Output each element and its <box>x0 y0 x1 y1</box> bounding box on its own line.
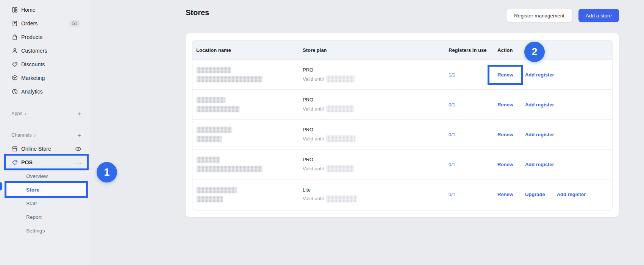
action-cell: Renew Add register <box>497 72 612 78</box>
add-register-link[interactable]: Add register <box>525 162 554 167</box>
location-name-redacted <box>192 187 303 202</box>
home-icon <box>11 6 18 13</box>
sidebar-item-analytics[interactable]: Analytics <box>5 85 88 98</box>
column-action: Action <box>497 47 612 53</box>
add-register-link[interactable]: Add register <box>525 72 554 78</box>
add-register-link[interactable]: Add register <box>525 132 554 137</box>
sidebar-section-apps[interactable]: Apps › + <box>5 107 88 120</box>
table-row: PRO Valid until 0/1 Renew Add register <box>192 150 612 179</box>
column-location-name: Location name <box>192 47 303 53</box>
sidebar-subitem-settings[interactable]: Settings <box>5 224 87 237</box>
store-plan-cell: PRO Valid until <box>303 67 449 82</box>
add-register-link[interactable]: Add register <box>525 102 554 108</box>
action-divider <box>519 102 519 107</box>
renew-link[interactable]: Renew <box>497 72 513 78</box>
date-redacted <box>326 195 357 202</box>
table-row: PRO Valid until 0/1 Renew Add register <box>192 90 612 120</box>
action-divider <box>519 132 519 137</box>
stores-table: Location name Store plan Registers in us… <box>192 40 613 210</box>
action-cell: Renew Add register <box>497 102 612 108</box>
sidebar-section-channels[interactable]: Channels › + <box>5 128 88 142</box>
orders-icon <box>11 20 18 27</box>
sidebar-item-online-store[interactable]: Online Store <box>5 142 88 156</box>
sidebar-item-label: POS <box>21 159 33 165</box>
chevron-right-icon: › <box>34 132 36 138</box>
discounts-icon <box>11 61 18 68</box>
sidebar-item-label: Marketing <box>21 75 45 81</box>
sidebar: Home Orders 51 Products Customers Discou… <box>0 0 90 265</box>
sidebar-item-home[interactable]: Home <box>5 3 88 17</box>
sidebar-item-pos[interactable]: POS ··· <box>5 156 88 169</box>
page-title: Stores <box>186 8 209 17</box>
table-row: PRO Valid until 0/1 Renew Add register <box>192 120 612 150</box>
table-row: Lite Valid until 0/1 Renew Upgrade Add r… <box>192 179 612 209</box>
action-divider <box>551 192 551 197</box>
marketing-icon <box>11 75 18 81</box>
store-plan-cell: PRO Valid until <box>303 97 449 112</box>
location-name-redacted <box>192 157 303 172</box>
action-cell: Renew Add register <box>497 132 612 137</box>
date-redacted <box>326 165 354 172</box>
add-register-link[interactable]: Add register <box>557 192 586 197</box>
sidebar-subitem-staff[interactable]: Staff <box>5 196 87 210</box>
page-actions: Register management Add a store <box>506 9 619 22</box>
eye-icon[interactable] <box>75 145 82 153</box>
sidebar-subitem-report[interactable]: Report <box>5 210 87 224</box>
step-1-badge: 1 <box>97 162 117 182</box>
column-registers-in-use: Registers in use <box>449 47 497 53</box>
spacer <box>0 120 90 128</box>
products-icon <box>11 34 18 41</box>
sidebar-subitem-store[interactable]: Store <box>5 183 87 196</box>
add-a-store-button[interactable]: Add a store <box>578 9 619 22</box>
step-2-badge: 2 <box>524 42 545 62</box>
online-store-icon <box>11 145 18 152</box>
renew-link[interactable]: Renew <box>497 192 513 197</box>
table-row: PRO Valid until 1/1 Renew Add register <box>192 60 612 90</box>
sidebar-item-label: Customers <box>21 48 47 54</box>
sidebar-item-label: Online Store <box>21 146 51 152</box>
edge-annotation-artifact <box>0 182 2 190</box>
sidebar-item-label: Products <box>21 34 42 40</box>
stores-card: Location name Store plan Registers in us… <box>186 33 619 217</box>
date-redacted <box>326 135 355 142</box>
action-cell: Renew Add register <box>497 162 612 167</box>
date-redacted <box>326 105 354 112</box>
action-cell: Renew Upgrade Add register <box>497 192 612 197</box>
location-name-redacted <box>192 67 303 82</box>
sidebar-item-customers[interactable]: Customers <box>5 44 88 58</box>
store-plan-cell: PRO Valid until <box>303 157 449 172</box>
renew-link[interactable]: Renew <box>497 102 513 108</box>
chevron-right-icon: › <box>25 111 27 116</box>
sidebar-item-label: Discounts <box>21 61 45 67</box>
sidebar-item-label: Home <box>21 7 36 13</box>
pos-icon <box>11 159 18 166</box>
table-header: Location name Store plan Registers in us… <box>192 41 612 60</box>
renew-link[interactable]: Renew <box>497 162 513 167</box>
customers-icon <box>11 47 18 54</box>
registers-in-use-value: 0/1 <box>449 192 497 197</box>
renew-link[interactable]: Renew <box>497 132 513 137</box>
add-channel-icon[interactable]: + <box>77 132 81 139</box>
registers-in-use-value: 0/1 <box>449 132 497 137</box>
date-redacted <box>326 75 355 82</box>
sidebar-item-label: Orders <box>21 20 38 26</box>
sidebar-item-marketing[interactable]: Marketing <box>5 71 88 85</box>
add-app-icon[interactable]: + <box>77 111 81 117</box>
sidebar-subitem-overview[interactable]: Overview <box>5 169 87 183</box>
location-name-redacted <box>192 127 303 142</box>
location-name-redacted <box>192 97 303 112</box>
orders-count-badge: 51 <box>69 20 80 27</box>
upgrade-link[interactable]: Upgrade <box>525 192 545 197</box>
spacer <box>0 98 90 107</box>
sidebar-item-products[interactable]: Products <box>5 30 88 44</box>
analytics-icon <box>11 88 18 95</box>
action-divider <box>519 192 519 197</box>
sidebar-item-orders[interactable]: Orders 51 <box>5 17 88 30</box>
more-icon[interactable]: ··· <box>75 160 82 165</box>
registers-in-use-value: 0/1 <box>449 162 497 167</box>
store-plan-cell: Lite Valid until <box>303 187 449 202</box>
column-store-plan: Store plan <box>303 47 449 53</box>
store-plan-cell: PRO Valid until <box>303 127 449 142</box>
register-management-button[interactable]: Register management <box>506 9 572 22</box>
sidebar-item-discounts[interactable]: Discounts <box>5 58 88 71</box>
